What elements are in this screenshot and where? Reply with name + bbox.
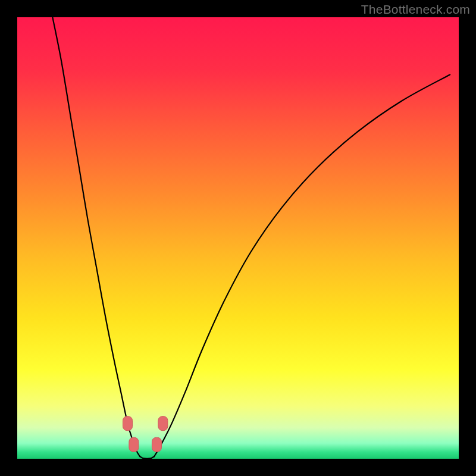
- watermark-text: TheBottleneck.com: [361, 2, 470, 17]
- marker-left-lower: [129, 437, 139, 452]
- marker-right-upper: [158, 416, 168, 431]
- chart-frame: TheBottleneck.com: [0, 0, 476, 476]
- marker-right-lower: [152, 437, 161, 452]
- marker-left-upper: [123, 416, 133, 431]
- plot-area: [17, 17, 459, 459]
- gradient-background: [17, 17, 459, 459]
- chart-svg: [17, 17, 459, 459]
